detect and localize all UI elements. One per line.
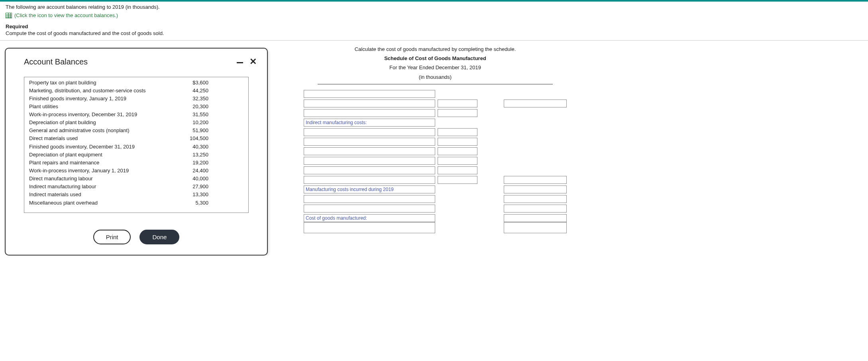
schedule-label-input[interactable] <box>304 176 435 184</box>
intro-text: The following are account balances relat… <box>6 4 862 10</box>
schedule-title: Schedule of Cost of Goods Manufactured <box>304 54 567 63</box>
view-balances-link[interactable]: (Click the icon to view the account bala… <box>6 12 118 18</box>
schedule-subtitle: For the Year Ended December 31, 2019 <box>304 63 567 72</box>
table-row: General and administrative costs (nonpla… <box>29 127 244 135</box>
problem-header: The following are account balances relat… <box>0 0 868 41</box>
schedule-value-input[interactable] <box>438 100 477 107</box>
indirect-costs-label: Indirect manufacturing costs: <box>304 119 435 127</box>
print-button[interactable]: Print <box>93 230 131 244</box>
schedule-worksheet: Calculate the cost of goods manufactured… <box>304 45 567 233</box>
schedule-value-input[interactable] <box>504 214 567 222</box>
table-row: Finished goods inventory, January 1, 201… <box>29 95 244 103</box>
schedule-units: (in thousands) <box>304 72 567 82</box>
schedule-label-input[interactable] <box>304 157 435 165</box>
mfg-costs-label: Manufacturing costs incurred during 2019 <box>304 185 435 193</box>
table-row: Depreciation of plant equipment13,250 <box>29 151 244 159</box>
schedule-value-input[interactable] <box>504 176 567 184</box>
table-row: Indirect manufacturing labour27,900 <box>29 183 244 191</box>
schedule-value-input[interactable] <box>438 176 477 184</box>
schedule-label-input[interactable] <box>304 205 435 213</box>
table-row: Plant utilities20,300 <box>29 103 244 111</box>
table-row: Marketing, distribution, and customer-se… <box>29 87 244 95</box>
schedule-value-input[interactable] <box>504 222 567 233</box>
schedule-label-input[interactable] <box>304 128 435 136</box>
required-text: Compute the cost of goods manufactured a… <box>6 30 862 36</box>
schedule-value-input[interactable] <box>438 128 477 136</box>
schedule-value-input[interactable] <box>438 109 477 117</box>
modal-title: Account Balances <box>24 57 88 66</box>
cogm-label: Cost of goods manufactured: <box>304 214 435 222</box>
divider <box>318 84 553 84</box>
table-row: Property tax on plant building$3,600 <box>29 79 244 87</box>
schedule-value-input[interactable] <box>438 138 477 146</box>
table-row: Work-in-process inventory, January 1, 20… <box>29 167 244 175</box>
schedule-value-input[interactable] <box>504 195 567 203</box>
schedule-value-input[interactable] <box>438 166 477 174</box>
schedule-instruction: Calculate the cost of goods manufactured… <box>304 45 567 54</box>
table-row: Work-in-process inventory, December 31, … <box>29 111 244 119</box>
table-row: Indirect materials used13,300 <box>29 191 244 199</box>
table-row: Direct materials used104,500 <box>29 135 244 142</box>
table-row: Depreciation of plant building10,200 <box>29 119 244 127</box>
icon-link-text: (Click the icon to view the account bala… <box>14 12 118 18</box>
schedule-value-input[interactable] <box>504 205 567 213</box>
schedule-value-input[interactable] <box>438 157 477 165</box>
schedule-label-input[interactable] <box>304 138 435 146</box>
table-row: Finished goods inventory, December 31, 2… <box>29 143 244 151</box>
schedule-label-input[interactable] <box>304 109 435 117</box>
table-row: Miscellaneous plant overhead5,300 <box>29 199 244 207</box>
schedule-label-input[interactable] <box>304 166 435 174</box>
table-icon <box>6 13 12 18</box>
schedule-label-input[interactable] <box>304 147 435 155</box>
schedule-value-input[interactable] <box>438 147 477 155</box>
table-row: Direct manufacturing labour40,000 <box>29 175 244 183</box>
minimize-icon[interactable] <box>237 62 243 63</box>
required-heading: Required <box>6 23 862 29</box>
close-icon[interactable]: ✕ <box>249 57 257 66</box>
schedule-label-input[interactable] <box>304 195 435 203</box>
done-button[interactable]: Done <box>139 230 179 244</box>
schedule-label-input[interactable] <box>304 100 435 107</box>
schedule-label-input[interactable] <box>304 222 435 233</box>
schedule-value-input[interactable] <box>504 185 567 193</box>
schedule-label-input[interactable] <box>304 90 435 98</box>
account-balances-modal: Account Balances ✕ Property tax on plant… <box>5 48 268 256</box>
table-row: Plant repairs and maintenance19,200 <box>29 159 244 167</box>
schedule-value-input[interactable] <box>504 100 567 107</box>
balances-table: Property tax on plant building$3,600 Mar… <box>24 77 249 213</box>
